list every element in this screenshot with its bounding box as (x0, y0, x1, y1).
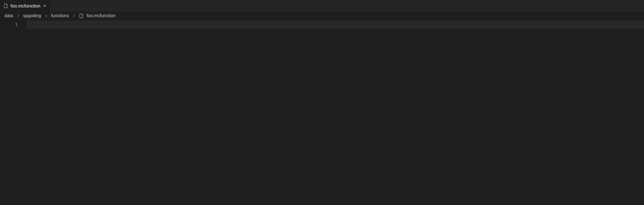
tabs-bar: foo.mcfunction (0, 0, 644, 12)
gutter: 1 (0, 20, 26, 205)
breadcrumb-segment[interactable]: data (4, 13, 13, 18)
editor-content[interactable] (26, 20, 644, 205)
breadcrumb-segment[interactable]: spgoding (23, 13, 41, 18)
file-icon (3, 3, 8, 8)
breadcrumb-segment[interactable]: functions (51, 13, 69, 18)
chevron-right-icon (44, 14, 48, 18)
chevron-right-icon (16, 14, 20, 18)
editor-area: 1 (0, 20, 644, 205)
line-number: 1 (0, 20, 18, 29)
breadcrumb: data spgoding functions foo.mcfunction (0, 12, 644, 20)
file-icon (79, 13, 84, 18)
tab-active[interactable]: foo.mcfunction (0, 0, 51, 12)
breadcrumb-filename[interactable]: foo.mcfunction (87, 13, 115, 18)
active-line-highlight (26, 20, 644, 29)
chevron-right-icon (72, 14, 76, 18)
close-icon[interactable] (42, 4, 47, 8)
tab-label: foo.mcfunction (11, 3, 40, 9)
